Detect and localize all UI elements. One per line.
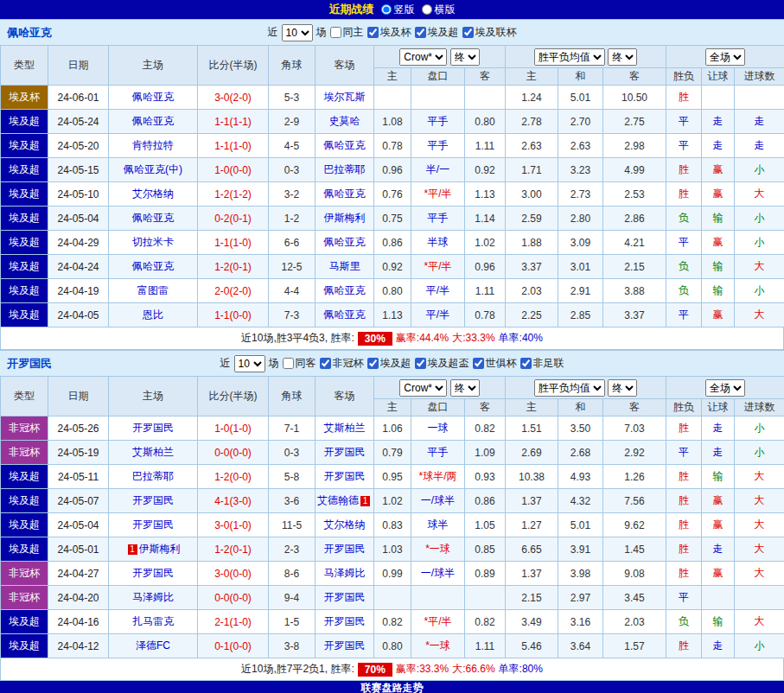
away-team-cell[interactable]: 艾德翰德1 (316, 489, 374, 513)
away-team-cell[interactable]: 开罗国民 (316, 586, 374, 610)
away-team-name: 佩哈亚克 (324, 308, 366, 321)
filter-checkbox-input[interactable] (283, 358, 294, 369)
away-team-cell[interactable]: 佩哈亚克 (316, 134, 374, 158)
odds-final-select[interactable]: 终 (450, 379, 480, 397)
home-team-cell[interactable]: 开罗国民 (109, 562, 198, 586)
away-team-cell[interactable]: 开罗国民 (316, 610, 374, 634)
filter-checkbox[interactable]: 埃及超 (415, 25, 459, 40)
europe-away-odds: 10.50 (603, 86, 666, 110)
away-team-cell[interactable]: 开罗国民 (316, 634, 374, 658)
filter-checkbox-input[interactable] (330, 27, 341, 38)
home-team-cell[interactable]: 艾斯柏兰 (109, 441, 198, 465)
vertical-layout-radio[interactable] (381, 4, 392, 15)
filter-checkbox-input[interactable] (415, 27, 426, 38)
away-team-title[interactable]: 开罗国民 (7, 356, 52, 372)
filter-checkbox[interactable]: 非冠杯 (320, 356, 364, 371)
filter-checkbox[interactable]: 埃及超盃 (415, 356, 469, 371)
filter-checkbox-input[interactable] (367, 358, 379, 369)
filter-checkbox[interactable]: 同客 (283, 356, 316, 371)
europe-final-select[interactable]: 终 (608, 48, 637, 66)
filter-checkbox-input[interactable] (462, 27, 474, 38)
filter-checkbox-input[interactable] (473, 358, 484, 369)
europe-final-select[interactable]: 终 (608, 379, 637, 397)
away-team-cell[interactable]: 佩哈亚克 (316, 279, 374, 303)
home-team-cell[interactable]: 恩比 (109, 303, 198, 327)
filter-checkbox[interactable]: 世俱杯 (473, 356, 517, 371)
home-team-cell[interactable]: 艾尔格纳 (109, 182, 198, 207)
away-team-cell[interactable]: 伊斯梅利 (316, 207, 374, 231)
scope-select[interactable]: 全场 (705, 48, 745, 66)
match-date: 24-05-15 (48, 158, 109, 182)
scope-select[interactable]: 全场 (705, 379, 745, 397)
home-team-cell[interactable]: 泽德FC (109, 634, 198, 658)
league-trend-bar[interactable]: 联赛盘路走势 (0, 681, 784, 693)
home-team-cell[interactable]: 佩哈亚克 (109, 255, 198, 279)
match-count-select[interactable]: 10 (282, 24, 313, 41)
home-team-name: 佩哈亚克 (132, 91, 174, 103)
sub-header-handicap-home: 主 (374, 68, 411, 86)
filter-checkbox-label: 非足联 (533, 356, 564, 371)
col-score-header: 比分(半场) (198, 46, 269, 86)
filter-checkbox-input[interactable] (320, 358, 331, 369)
league-type-badge: 埃及超 (1, 465, 48, 489)
match-count-select[interactable]: 10 (234, 355, 265, 372)
home-team-cell[interactable]: 佩哈亚克 (109, 86, 198, 110)
match-row: 埃及超24-04-05恩比1-1(0-0)7-3佩哈亚克1.13平/半0.782… (1, 303, 784, 327)
home-team-cell[interactable]: 扎马雷克 (109, 610, 198, 634)
layout-option-vertical[interactable]: 竖版 (381, 3, 415, 17)
match-row: 非冠杯24-05-19艾斯柏兰0-0(0-0)0-3开罗国民0.79平手1.09… (1, 441, 784, 465)
filter-checkbox-input[interactable] (367, 27, 379, 38)
home-team-title[interactable]: 佩哈亚克 (7, 25, 52, 41)
odds-final-select[interactable]: 终 (450, 48, 480, 66)
odds-company-select[interactable]: Crow* (399, 48, 447, 66)
away-team-cell[interactable]: 开罗国民 (316, 537, 374, 562)
away-team-cell[interactable]: 佩哈亚克 (316, 182, 374, 207)
europe-mean-select[interactable]: 胜平负均值 (534, 379, 605, 397)
league-type-badge: 埃及超 (1, 110, 48, 134)
filter-checkbox[interactable]: 埃及超 (367, 356, 411, 371)
europe-mean-select[interactable]: 胜平负均值 (534, 48, 605, 66)
home-team-cell[interactable]: 开罗国民 (109, 489, 198, 513)
home-team-name: 伊斯梅利 (139, 543, 181, 555)
home-team-cell[interactable]: 1伊斯梅利 (109, 537, 198, 562)
away-team-cell[interactable]: 佩哈亚克 (316, 231, 374, 255)
red-card-badge: 1 (360, 496, 370, 506)
home-team-cell[interactable]: 佩哈亚克 (109, 110, 198, 134)
filter-checkbox-input[interactable] (415, 358, 426, 369)
filter-checkbox[interactable]: 非足联 (520, 356, 564, 371)
home-team-cell[interactable]: 切拉米卡 (109, 231, 198, 255)
away-team-cell[interactable]: 史莫哈 (316, 110, 374, 134)
away-team-cell[interactable]: 开罗国民 (316, 465, 374, 489)
europe-away-odds: 7.56 (603, 489, 666, 513)
horizontal-layout-radio[interactable] (422, 4, 432, 15)
league-type-badge: 埃及超 (1, 158, 48, 182)
odds-company-select[interactable]: Crow* (399, 379, 447, 397)
europe-home-odds: 2.78 (506, 110, 558, 134)
vertical-layout-label: 竖版 (394, 3, 415, 17)
filter-checkbox[interactable]: 埃及杯 (367, 25, 411, 40)
filter-checkbox[interactable]: 同主 (330, 25, 364, 40)
away-team-cell[interactable]: 开罗国民 (316, 441, 374, 465)
home-team-cell[interactable]: 富图雷 (109, 279, 198, 303)
result-handicap: 走 (702, 537, 735, 562)
handicap-away-odds: 1.14 (465, 207, 506, 231)
away-team-cell[interactable]: 马泽姆比 (316, 562, 374, 586)
home-team-cell[interactable]: 开罗国民 (109, 416, 198, 441)
layout-option-horizontal[interactable]: 横版 (422, 3, 456, 17)
filter-checkbox[interactable]: 埃及联杯 (462, 25, 517, 40)
away-team-cell[interactable]: 马斯里 (316, 255, 374, 279)
home-team-cell[interactable]: 马泽姆比 (109, 586, 198, 610)
away-team-cell[interactable]: 艾尔格纳 (316, 513, 374, 537)
away-team-cell[interactable]: 巴拉蒂耶 (316, 158, 374, 182)
filter-checkbox-input[interactable] (520, 358, 532, 369)
handicap-line: 球半 (411, 513, 465, 537)
home-team-cell[interactable]: 佩哈亚克 (109, 207, 198, 231)
away-team-cell[interactable]: 埃尔瓦斯 (316, 86, 374, 110)
home-team-cell[interactable]: 巴拉蒂耶 (109, 465, 198, 489)
home-team-cell[interactable]: 佩哈亚克(中) (109, 158, 198, 182)
away-team-cell[interactable]: 艾斯柏兰 (316, 416, 374, 441)
home-team-cell[interactable]: 肯特拉特 (109, 134, 198, 158)
away-team-cell[interactable]: 佩哈亚克 (316, 303, 374, 327)
result-win-draw-lose: 负 (666, 255, 702, 279)
home-team-cell[interactable]: 开罗国民 (109, 513, 198, 537)
